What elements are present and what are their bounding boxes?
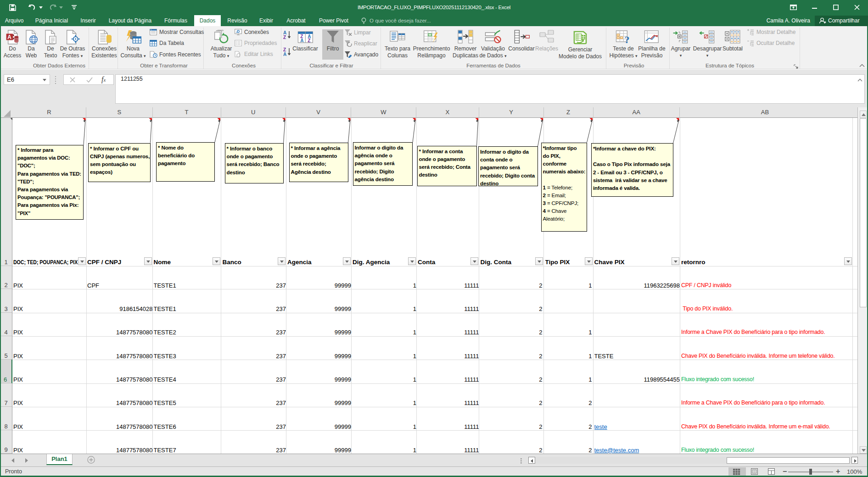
- svg-text:A: A: [8, 34, 12, 40]
- svg-text:A: A: [283, 52, 286, 56]
- svg-text:?: ?: [624, 34, 629, 44]
- svg-text:Z: Z: [308, 38, 310, 43]
- svg-text:Z: Z: [283, 35, 286, 39]
- svg-text:A: A: [300, 38, 303, 43]
